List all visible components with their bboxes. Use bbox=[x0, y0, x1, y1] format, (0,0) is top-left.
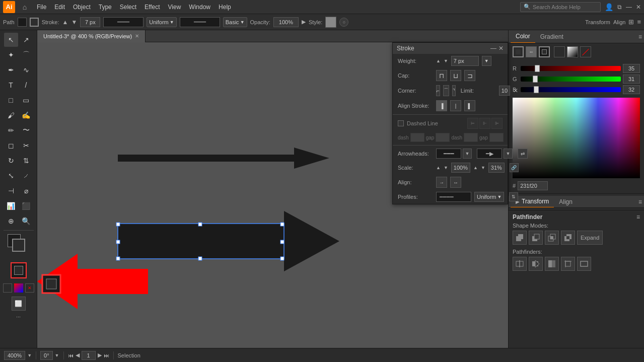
stroke-panel-close[interactable]: ✕ bbox=[498, 45, 504, 52]
artboard-prev-btn[interactable]: ◀ bbox=[76, 352, 80, 358]
expand-btn[interactable]: Expand bbox=[577, 231, 603, 245]
none-icon[interactable]: ✕ bbox=[25, 283, 34, 293]
menu-edit[interactable]: Edit bbox=[51, 2, 68, 12]
weight-unit-dropdown[interactable]: ▼ bbox=[482, 56, 491, 66]
rotation-dropdown[interactable]: ▼ bbox=[55, 353, 59, 358]
style-swatch[interactable] bbox=[325, 17, 336, 28]
direct-selection-tool[interactable]: ↗ bbox=[19, 33, 33, 47]
warp-tool[interactable]: ⌀ bbox=[19, 184, 33, 198]
arrowhead-end-preview[interactable]: ━▶ bbox=[477, 149, 502, 159]
arrowhead-start-preview[interactable]: ━━━ bbox=[436, 149, 461, 159]
limit-input[interactable]: 10 bbox=[499, 86, 510, 96]
profiles-dropdown[interactable]: Uniform ▼ bbox=[474, 192, 504, 202]
window-minimize-icon[interactable]: — bbox=[626, 4, 632, 11]
gap-input-2[interactable] bbox=[489, 133, 504, 142]
dash-align-btn1[interactable]: ⊨ bbox=[467, 118, 478, 129]
dash-align-btn2[interactable]: ⊩ bbox=[479, 118, 490, 129]
color-picker-area[interactable] bbox=[513, 98, 640, 178]
scissors-tool[interactable]: ✂ bbox=[19, 138, 33, 153]
dash-input-2[interactable] bbox=[464, 133, 478, 142]
scale1-down[interactable]: ▼ bbox=[444, 165, 448, 170]
stroke-up-arrow[interactable]: ▲ bbox=[62, 19, 68, 26]
align-label[interactable]: Transform bbox=[585, 19, 610, 25]
paintbrush-tool[interactable]: 🖌 bbox=[4, 108, 18, 122]
scale1-up[interactable]: ▲ bbox=[436, 165, 441, 170]
pathfinder-crop-btn[interactable] bbox=[561, 257, 575, 271]
menu-object[interactable]: Object bbox=[69, 2, 94, 12]
r-slider-thumb[interactable] bbox=[535, 65, 540, 72]
hex-input[interactable] bbox=[518, 181, 548, 190]
basic-dropdown[interactable]: Basic ▼ bbox=[223, 17, 247, 27]
pathfinder-merge-btn[interactable] bbox=[545, 257, 559, 271]
stroke-panel-minimize[interactable]: — bbox=[490, 45, 496, 52]
b-value[interactable] bbox=[623, 85, 640, 94]
dashed-line-checkbox-area[interactable] bbox=[398, 120, 404, 126]
menu-view[interactable]: View bbox=[165, 2, 185, 12]
pathfinder-outline-btn[interactable] bbox=[577, 257, 591, 271]
arrowhead-end-dropdown[interactable]: ▼ bbox=[504, 149, 513, 159]
none-swatch[interactable] bbox=[3, 283, 12, 293]
pencil-tool[interactable]: ✏ bbox=[4, 123, 18, 137]
menu-file[interactable]: File bbox=[33, 2, 50, 12]
scale-link-btn[interactable]: 🔗 bbox=[510, 163, 519, 172]
pathfinder-trim-btn[interactable] bbox=[529, 257, 543, 271]
opacity-value[interactable]: 100% bbox=[273, 17, 299, 27]
rectangle-tool[interactable]: □ bbox=[4, 93, 18, 107]
toolbar-grid-icon[interactable]: ⊞ bbox=[628, 18, 634, 26]
user-icon[interactable]: 👤 bbox=[605, 3, 613, 11]
rotate-tool[interactable]: ↻ bbox=[4, 154, 18, 168]
align-stroke-center-btn[interactable]: | bbox=[450, 100, 461, 111]
scale-input-1[interactable]: 100% bbox=[451, 163, 470, 173]
toolbar-more-icon[interactable]: ≡ bbox=[637, 18, 641, 26]
selection-tool[interactable]: ↖ bbox=[4, 33, 18, 47]
gradient-swatch[interactable] bbox=[14, 283, 23, 293]
swap-arrowheads-btn[interactable]: ⇄ bbox=[518, 149, 528, 159]
round-join-btn[interactable]: ⌒ bbox=[443, 85, 449, 96]
right-panel-options[interactable]: ≡ bbox=[638, 33, 642, 40]
artboard-next-btn[interactable]: ▶ bbox=[98, 352, 102, 358]
scale-tool[interactable]: ⤡ bbox=[4, 169, 18, 183]
zoom-tool[interactable]: 🔍 bbox=[19, 214, 33, 228]
dash-input-1[interactable] bbox=[410, 133, 424, 142]
artboard-tool[interactable]: ⊕ bbox=[4, 214, 18, 228]
graph-tool[interactable]: 📊 bbox=[4, 199, 18, 213]
bevel-join-btn[interactable]: ⌝ bbox=[452, 85, 456, 96]
pathfinder-divide-btn[interactable] bbox=[513, 257, 527, 271]
zoom-value[interactable]: 400% bbox=[4, 351, 25, 360]
color-solid-btn[interactable] bbox=[554, 46, 565, 57]
menu-help[interactable]: Help bbox=[215, 2, 235, 12]
r-value[interactable] bbox=[623, 64, 640, 73]
profile-flip-btn[interactable]: ⇅ bbox=[509, 192, 518, 201]
more-tools-btn[interactable]: ··· bbox=[16, 314, 21, 320]
line-tool[interactable]: / bbox=[19, 78, 33, 92]
uniform-dropdown[interactable]: Uniform ▼ bbox=[147, 17, 176, 27]
arrow2-svg[interactable] bbox=[118, 208, 354, 274]
zoom-dropdown[interactable]: ▼ bbox=[27, 353, 32, 358]
align-stroke-inside-btn[interactable]: ▐ bbox=[436, 100, 447, 111]
dashed-line-checkbox[interactable] bbox=[398, 120, 404, 126]
weight-up[interactable]: ▲ bbox=[436, 58, 441, 63]
shape-mode-exclude-btn[interactable] bbox=[561, 231, 575, 245]
reflect-tool[interactable]: ⇅ bbox=[19, 154, 33, 168]
artboard-last-btn[interactable]: ⏭ bbox=[104, 352, 109, 358]
b-slider-thumb[interactable] bbox=[534, 86, 539, 93]
paint-bucket-tool[interactable]: ▭ bbox=[19, 93, 33, 107]
g-slider-thumb[interactable] bbox=[533, 76, 538, 83]
menu-effect[interactable]: Effect bbox=[141, 2, 163, 12]
width-tool[interactable]: ⊣ bbox=[4, 184, 18, 198]
round-cap-btn[interactable]: ⊔ bbox=[450, 70, 461, 81]
stroke-align-btn1[interactable]: → bbox=[436, 177, 447, 188]
document-tab[interactable]: Untitled-3* @ 400 % (RGB/Preview) ✕ bbox=[37, 30, 146, 42]
weight-input[interactable]: 7 px bbox=[451, 56, 479, 66]
artboard-first-btn[interactable]: ⏮ bbox=[68, 352, 74, 358]
eraser-tool[interactable]: ◻ bbox=[4, 138, 18, 153]
curvature-tool[interactable]: ∿ bbox=[19, 63, 33, 77]
window-restore-icon[interactable]: ⧉ bbox=[617, 4, 622, 11]
appearance-icon[interactable]: ○ bbox=[339, 18, 348, 27]
pen-tool[interactable]: ✒ bbox=[4, 63, 18, 77]
transform-label[interactable]: Align bbox=[613, 19, 625, 25]
color-arrow-btn[interactable]: ↔ bbox=[526, 46, 537, 57]
scale2-up[interactable]: ▲ bbox=[473, 165, 478, 170]
shaper-tool[interactable]: 〜 bbox=[19, 123, 33, 137]
tab-close-button[interactable]: ✕ bbox=[135, 33, 139, 39]
